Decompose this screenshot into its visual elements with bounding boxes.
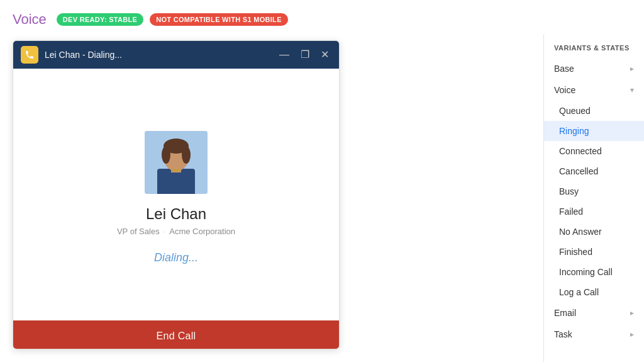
variant-no-answer[interactable]: No Answer xyxy=(544,222,644,242)
variant-base[interactable]: Base xyxy=(544,58,644,79)
variants-panel: VARIANTS & STATES Base Voice Queued Ring… xyxy=(543,34,644,362)
variant-incoming-call-label: Incoming Call xyxy=(559,267,613,277)
variant-task-label: Task xyxy=(554,329,572,339)
variant-connected-label: Connected xyxy=(559,146,602,156)
variant-log-a-call-label: Log a Call xyxy=(559,287,599,297)
variant-no-answer-label: No Answer xyxy=(559,227,602,237)
main-content: Lei Chan - Dialing... — ❐ ✕ xyxy=(0,34,644,362)
variant-queued[interactable]: Queued xyxy=(544,101,644,121)
contact-company: Acme Corporation xyxy=(169,227,235,236)
titlebar-controls: — ❐ ✕ xyxy=(277,48,331,61)
variant-email-label: Email xyxy=(554,308,576,318)
page-title: Voice xyxy=(13,11,47,28)
phone-icon-wrapper xyxy=(21,46,38,64)
variant-task[interactable]: Task xyxy=(544,324,644,345)
svg-point-8 xyxy=(175,169,177,172)
variant-cancelled-label: Cancelled xyxy=(559,166,598,176)
svg-point-5 xyxy=(162,146,170,164)
phone-widget: Lei Chan - Dialing... — ❐ ✕ xyxy=(13,40,340,349)
page-header: Voice DEV READY: STABLE NOT COMPATIBLE W… xyxy=(0,0,644,34)
variant-busy-label: Busy xyxy=(559,186,579,196)
separator-dot: · xyxy=(164,227,166,236)
variant-connected[interactable]: Connected xyxy=(544,141,644,161)
expand-button[interactable]: ❐ xyxy=(298,48,312,61)
svg-point-6 xyxy=(182,146,191,164)
variant-failed-label: Failed xyxy=(559,206,583,217)
dialing-status: Dialing... xyxy=(154,251,198,264)
variant-log-a-call[interactable]: Log a Call xyxy=(544,282,644,302)
variant-ringing-label: Ringing xyxy=(559,126,589,136)
end-call-button[interactable]: End Call xyxy=(13,320,339,349)
variant-voice-label: Voice xyxy=(554,85,575,95)
svg-point-9 xyxy=(177,169,180,171)
contact-role: VP of Sales xyxy=(117,227,160,236)
dev-ready-badge: DEV READY: STABLE xyxy=(57,13,143,26)
variants-title: VARIANTS & STATES xyxy=(544,34,644,58)
widget-titlebar: Lei Chan - Dialing... — ❐ ✕ xyxy=(13,41,339,69)
avatar-image xyxy=(145,131,208,194)
variant-finished-label: Finished xyxy=(559,247,592,257)
variant-incoming-call[interactable]: Incoming Call xyxy=(544,262,644,282)
titlebar-text: Lei Chan - Dialing... xyxy=(45,50,270,60)
variant-queued-label: Queued xyxy=(559,106,591,116)
variant-cancelled[interactable]: Cancelled xyxy=(544,161,644,181)
widget-area: Lei Chan - Dialing... — ❐ ✕ xyxy=(0,34,543,362)
widget-body: Lei Chan VP of Sales · Acme Corporation … xyxy=(13,69,339,320)
variant-ringing[interactable]: Ringing xyxy=(544,121,644,141)
variant-voice[interactable]: Voice xyxy=(544,79,644,101)
svg-point-7 xyxy=(172,169,175,171)
not-compatible-badge: NOT COMPATIBLE WITH S1 MOBILE xyxy=(150,13,288,26)
contact-name: Lei Chan xyxy=(146,205,206,223)
variant-email[interactable]: Email xyxy=(544,302,644,324)
avatar xyxy=(145,131,208,194)
variant-finished[interactable]: Finished xyxy=(544,242,644,262)
variant-busy[interactable]: Busy xyxy=(544,181,644,201)
close-button[interactable]: ✕ xyxy=(318,48,331,61)
phone-icon xyxy=(25,50,35,60)
minimize-button[interactable]: — xyxy=(277,48,292,61)
variant-base-label: Base xyxy=(554,64,574,74)
contact-info: VP of Sales · Acme Corporation xyxy=(117,227,235,236)
variant-failed[interactable]: Failed xyxy=(544,201,644,222)
